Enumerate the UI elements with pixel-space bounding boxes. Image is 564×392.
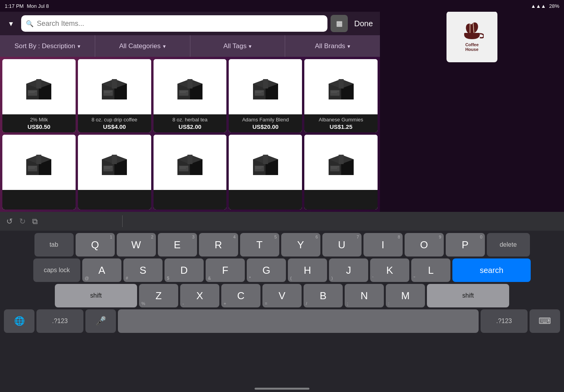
key-j[interactable]: J) <box>329 258 368 282</box>
product-info: 8 oz. herbal tea US$2.00 <box>154 114 227 132</box>
key-p[interactable]: 0P <box>446 233 485 257</box>
all-tags-button[interactable]: All Tags ▾ <box>190 35 286 57</box>
keyboard-toolbar: ↺ ↻ ⧉ <box>0 212 564 231</box>
tab-key[interactable]: tab <box>34 233 74 257</box>
globe-key[interactable]: 🌐 <box>4 309 34 333</box>
grid-icon: ▦ <box>336 19 343 28</box>
svg-rect-92 <box>255 166 264 171</box>
keyboard-hide-key[interactable]: ⌨ <box>530 309 560 333</box>
grid-view-button[interactable]: ▦ <box>331 15 348 32</box>
search-input[interactable] <box>37 20 323 28</box>
all-brands-label: All Brands <box>315 42 345 50</box>
key-e[interactable]: 3E <box>158 233 197 257</box>
product-card[interactable]: 2% Milk US$0.50 <box>2 59 76 132</box>
redo-button[interactable]: ↻ <box>19 217 26 226</box>
status-bar: 1:17 PM Mon Jul 8 ▲▲▲ 28% <box>0 0 564 12</box>
svg-rect-41 <box>263 79 268 89</box>
svg-rect-4 <box>464 33 480 35</box>
product-card[interactable] <box>229 135 302 210</box>
caps-lock-key[interactable]: caps lock <box>33 258 80 282</box>
svg-rect-21 <box>112 79 117 89</box>
key-d[interactable]: D$ <box>164 258 204 282</box>
all-brands-button[interactable]: All Brands ▾ <box>285 35 380 57</box>
svg-rect-44 <box>255 92 261 93</box>
product-grid: 2% Milk US$0.50 8 oz. cup drip coffee US… <box>0 57 380 212</box>
sort-by-chevron: ▾ <box>78 43 80 49</box>
key-q[interactable]: 1Q <box>76 233 115 257</box>
product-card[interactable]: 8 oz. herbal tea US$2.00 <box>154 59 227 132</box>
key-w[interactable]: 2W <box>117 233 156 257</box>
svg-rect-23 <box>104 91 112 92</box>
done-button[interactable]: Done <box>351 19 376 28</box>
right-shift-key[interactable]: shift <box>427 284 509 307</box>
key-v[interactable]: V= <box>262 284 302 307</box>
product-card[interactable] <box>304 135 378 210</box>
space-key[interactable] <box>118 309 479 333</box>
svg-rect-102 <box>330 166 340 171</box>
key-f[interactable]: F& <box>206 258 245 282</box>
key-g[interactable]: G* <box>247 258 286 282</box>
svg-rect-103 <box>331 166 339 167</box>
collapse-button[interactable]: ▾ <box>4 16 18 31</box>
top-bar: ▾ 🔍 ▦ Done <box>0 12 380 35</box>
key-x[interactable]: X- <box>180 284 219 307</box>
key-y[interactable]: 6Y <box>281 233 320 257</box>
product-info: 2% Milk US$0.50 <box>2 114 76 132</box>
paste-button[interactable]: ⧉ <box>32 217 38 226</box>
svg-rect-91 <box>263 155 268 164</box>
key-i[interactable]: 8I <box>363 233 403 257</box>
sort-by-button[interactable]: Sort By : Description ▾ <box>0 35 95 57</box>
product-card[interactable]: Adams Family Blend US$20.00 <box>229 59 302 132</box>
key-l[interactable]: L" <box>411 258 450 282</box>
svg-rect-74 <box>104 168 110 168</box>
brands-chevron: ▾ <box>347 43 350 49</box>
product-card[interactable]: Albanese Gummies US$1.25 <box>304 59 378 132</box>
key-o[interactable]: 9O <box>405 233 444 257</box>
svg-rect-94 <box>255 168 261 168</box>
key-n[interactable]: N; <box>345 284 384 307</box>
categories-chevron: ▾ <box>163 43 166 49</box>
battery-icon: 28% <box>549 3 559 9</box>
svg-rect-71 <box>112 155 117 164</box>
svg-rect-72 <box>103 166 113 171</box>
product-card[interactable] <box>154 135 227 210</box>
key-u[interactable]: 7U <box>322 233 362 257</box>
svg-rect-81 <box>188 155 193 164</box>
product-card[interactable]: 8 oz. cup drip coffee US$4.00 <box>78 59 151 132</box>
all-categories-button[interactable]: All Categories ▾ <box>95 35 190 57</box>
sym-key-left[interactable]: .?123 <box>36 309 83 333</box>
keyboard-area: ↺ ↻ ⧉ tab 1Q2W3E4R5T6Y7U8I9O0Pdelete cap… <box>0 212 564 392</box>
search-key[interactable]: search <box>452 258 531 282</box>
key-s[interactable]: S# <box>123 258 163 282</box>
filter-bar: Sort By : Description ▾ All Categories ▾… <box>0 35 380 57</box>
product-image <box>78 59 151 114</box>
key-m[interactable]: M: <box>386 284 425 307</box>
svg-rect-101 <box>338 155 343 164</box>
product-image <box>304 135 378 190</box>
keyboard-row-3: shift Z%X-C+V=B/N;M:shift <box>4 284 560 307</box>
product-image <box>229 135 302 190</box>
key-r[interactable]: 4R <box>199 233 238 257</box>
key-z[interactable]: Z% <box>139 284 178 307</box>
left-shift-key[interactable]: shift <box>55 284 137 307</box>
svg-rect-73 <box>104 166 112 167</box>
status-date: Mon Jul 8 <box>27 3 49 9</box>
product-card[interactable] <box>78 135 151 210</box>
key-c[interactable]: C+ <box>221 284 260 307</box>
product-name: 8 oz. herbal tea <box>157 117 224 123</box>
key-a[interactable]: A@ <box>82 258 121 282</box>
search-container: 🔍 <box>21 15 327 32</box>
key-k[interactable]: K' <box>370 258 409 282</box>
tags-chevron: ▾ <box>249 43 251 49</box>
product-name: Albanese Gummies <box>307 117 374 123</box>
svg-rect-33 <box>180 91 188 92</box>
key-b[interactable]: B/ <box>304 284 343 307</box>
key-t[interactable]: 5T <box>240 233 279 257</box>
sym-key-right[interactable]: .?123 <box>481 309 528 333</box>
product-card[interactable] <box>2 135 76 210</box>
delete-key[interactable]: delete <box>487 233 530 257</box>
product-image <box>304 59 378 114</box>
key-h[interactable]: H( <box>288 258 327 282</box>
undo-button[interactable]: ↺ <box>6 217 13 226</box>
mic-key[interactable]: 🎤 <box>85 309 116 333</box>
